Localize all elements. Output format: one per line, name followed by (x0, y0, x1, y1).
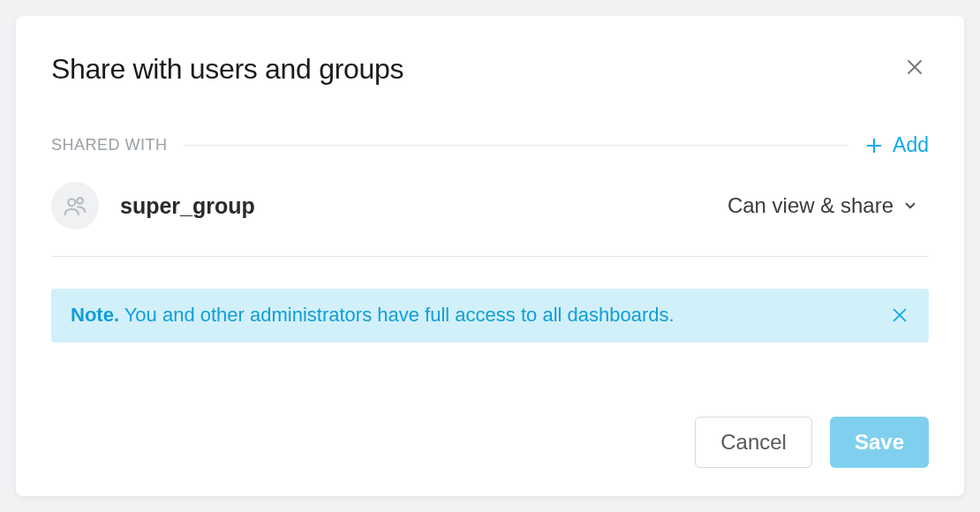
close-icon (904, 56, 925, 78)
modal-title: Share with users and groups (51, 53, 403, 86)
close-button[interactable] (901, 53, 929, 81)
add-button[interactable]: Add (864, 133, 929, 157)
chevron-down-icon (902, 198, 918, 214)
note-banner: Note. You and other administrators have … (51, 289, 929, 343)
permission-dropdown[interactable]: Can view & share (727, 193, 918, 218)
save-button[interactable]: Save (830, 417, 929, 468)
group-avatar (51, 182, 99, 230)
close-icon (890, 305, 909, 325)
modal-footer: Cancel Save (51, 388, 929, 468)
shared-with-header: SHARED WITH Add (51, 133, 929, 157)
plus-icon (864, 136, 884, 155)
svg-point-4 (68, 199, 75, 206)
modal-header: Share with users and groups (51, 53, 929, 86)
share-modal: Share with users and groups SHARED WITH … (16, 16, 964, 496)
note-body: You and other administrators have full a… (119, 304, 675, 326)
note-prefix: Note. (71, 304, 119, 326)
divider (51, 256, 929, 257)
group-icon (62, 192, 88, 219)
add-label: Add (893, 133, 929, 157)
section-label: SHARED WITH (51, 136, 168, 154)
divider-line (184, 145, 849, 146)
share-row: super_group Can view & share (51, 182, 929, 256)
svg-point-5 (77, 198, 83, 204)
note-text: Note. You and other administrators have … (71, 303, 675, 328)
group-name: super_group (120, 193, 727, 219)
cancel-button[interactable]: Cancel (695, 417, 812, 468)
permission-label: Can view & share (727, 193, 893, 218)
note-close-button[interactable] (890, 305, 909, 325)
